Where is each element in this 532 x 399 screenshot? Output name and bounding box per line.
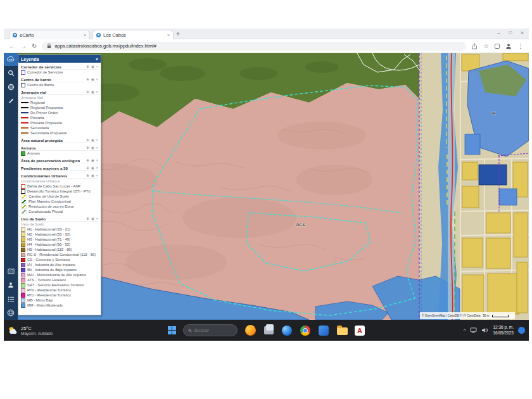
address-bar[interactable]: apps.catastroloscabos.gob.mx/ppdu/index.… <box>42 42 466 51</box>
back-icon[interactable]: ← <box>9 43 15 49</box>
tray-chevron-icon[interactable]: ^ <box>464 327 466 333</box>
legend-item: H5 - Habitacional (115 - 80) <box>21 247 98 252</box>
volume-icon[interactable] <box>481 327 488 333</box>
start-icon[interactable] <box>168 326 176 334</box>
remove-icon[interactable]: × <box>96 77 98 81</box>
explorer-icon[interactable] <box>336 325 348 336</box>
visibility-icon[interactable]: ◉ <box>91 158 94 162</box>
remove-icon[interactable]: × <box>96 138 98 142</box>
window-maximize-button[interactable]: □ <box>509 30 512 35</box>
opacity-icon[interactable]: ⊕ <box>86 138 89 142</box>
legend-item-label: MB - Mixto Bajo <box>27 298 53 302</box>
legend-swatch <box>21 263 25 267</box>
visibility-icon[interactable]: ◉ <box>91 166 94 170</box>
legend-swatch <box>21 238 25 242</box>
notification-badge[interactable] <box>518 327 525 334</box>
draw-icon[interactable] <box>4 94 18 108</box>
legend-swatch <box>21 268 25 272</box>
legend-section-title: Uso de Suelo <box>21 217 46 221</box>
legend-item: MAI - Microindustria de Alto Impacto <box>21 272 98 277</box>
window-close-button[interactable]: × <box>521 30 524 35</box>
legend-section: Condicionantes Urbanos⊕◉×Condicionantes … <box>21 173 98 214</box>
legend-section: Pendientes mayores a 30⊕◉× <box>21 165 98 171</box>
share-icon[interactable] <box>471 43 478 49</box>
remove-icon[interactable]: × <box>96 217 98 220</box>
ecarto-logo-icon[interactable] <box>4 53 18 66</box>
remove-icon[interactable]: × <box>96 158 98 162</box>
basemap-icon[interactable] <box>4 80 18 94</box>
legend-close-icon[interactable]: × <box>96 57 98 61</box>
legend-item-label: SRT - Servicio Recreativo Turístico <box>27 283 84 287</box>
opacity-icon[interactable]: ⊕ <box>86 146 89 149</box>
user-icon[interactable] <box>4 278 18 292</box>
tab-los-cabos[interactable]: Los Cabos × <box>92 30 174 39</box>
firefox-icon[interactable] <box>244 325 256 336</box>
opacity-icon[interactable]: ⊕ <box>86 217 89 220</box>
legend-item-label: H5 - Habitacional (115 - 80) <box>27 248 72 251</box>
legend-section-header: Condicionantes Urbanos⊕◉× <box>21 173 98 179</box>
visibility-icon[interactable]: ◉ <box>91 146 94 149</box>
opacity-icon[interactable]: ⊕ <box>86 77 89 81</box>
map-icon[interactable] <box>4 264 18 278</box>
layers-list-icon[interactable] <box>4 292 18 306</box>
acrobat-icon[interactable]: A <box>355 326 365 336</box>
visibility-icon[interactable]: ◉ <box>91 77 94 81</box>
visibility-icon[interactable]: ◉ <box>91 217 94 220</box>
taskbar-clock[interactable]: 12:36 p. m. 16/05/2023 <box>493 325 514 335</box>
profile-icon[interactable] <box>505 43 512 49</box>
legend-item: IAI - Industria de Alto Impacto <box>21 262 98 267</box>
browser-menu-icon[interactable]: ⋮ <box>517 43 524 49</box>
visibility-icon[interactable]: ◉ <box>91 90 94 94</box>
opacity-icon[interactable]: ⊕ <box>86 166 89 170</box>
reading-list-icon[interactable] <box>495 44 500 49</box>
legend-section-header: Uso de Suelo⊕◉× <box>21 216 98 222</box>
new-tab-button[interactable]: + <box>176 30 180 37</box>
remove-icon[interactable]: × <box>96 90 98 94</box>
search-icon <box>188 328 192 333</box>
legend-section-title: Jerarquía vial <box>21 90 46 94</box>
opacity-icon[interactable]: ⊕ <box>86 174 89 177</box>
visibility-icon[interactable]: ◉ <box>91 174 94 177</box>
clock-date: 16/05/2023 <box>493 331 514 336</box>
visibility-icon[interactable]: ◉ <box>91 65 94 68</box>
legend-item: Regional <box>21 100 98 105</box>
scale-bar <box>492 315 509 317</box>
legend-swatch <box>21 70 25 75</box>
legend-header[interactable]: Leyenda × <box>18 55 101 63</box>
opacity-icon[interactable]: ⊕ <box>86 65 89 68</box>
weather-widget[interactable]: 25°C Mayorm. nublado <box>8 326 53 336</box>
bookmark-star-icon[interactable]: ☆ <box>483 43 489 49</box>
remove-icon[interactable]: × <box>96 166 98 170</box>
taskbar-search[interactable] <box>183 324 238 336</box>
edge-icon[interactable] <box>281 325 293 336</box>
legend-item: H1 - Habitacional (33 - 21) <box>21 227 98 232</box>
remove-icon[interactable]: × <box>96 174 98 177</box>
scale-label: 50 m <box>483 314 489 317</box>
tab-ecarto[interactable]: eCarto × <box>9 30 90 39</box>
window-minimize-button[interactable]: – <box>497 30 500 35</box>
display-icon[interactable] <box>470 327 477 333</box>
legend-item: H3 - Habitacional (71 - 49) <box>21 237 98 242</box>
globe-icon[interactable] <box>4 306 18 320</box>
legend-item-label: CS - Comercio y Servicios <box>27 258 70 262</box>
search-icon[interactable] <box>4 66 18 80</box>
legend-item: Restricción de uso en Duna <box>21 204 98 209</box>
taskview-icon[interactable] <box>263 325 274 336</box>
legend-swatch <box>21 107 28 108</box>
legend-swatch <box>21 189 25 194</box>
tab-close-icon[interactable]: × <box>167 33 170 37</box>
legend-section: Centro de barrio⊕◉×Centro de Barrio <box>21 77 98 87</box>
opacity-icon[interactable]: ⊕ <box>86 158 89 162</box>
remove-icon[interactable]: × <box>96 65 98 68</box>
store-icon[interactable] <box>318 325 329 336</box>
forward-icon[interactable]: → <box>20 43 27 49</box>
reload-icon[interactable]: ↻ <box>32 43 37 49</box>
legend-section-header: Jerarquía vial⊕◉× <box>21 89 98 95</box>
chrome-icon[interactable] <box>300 325 311 336</box>
taskbar-search-input[interactable] <box>194 327 232 333</box>
visibility-icon[interactable]: ◉ <box>91 138 94 142</box>
opacity-icon[interactable]: ⊕ <box>86 90 89 94</box>
remove-icon[interactable]: × <box>96 146 98 149</box>
legend-swatch <box>21 283 25 288</box>
tab-close-icon[interactable]: × <box>84 33 86 37</box>
